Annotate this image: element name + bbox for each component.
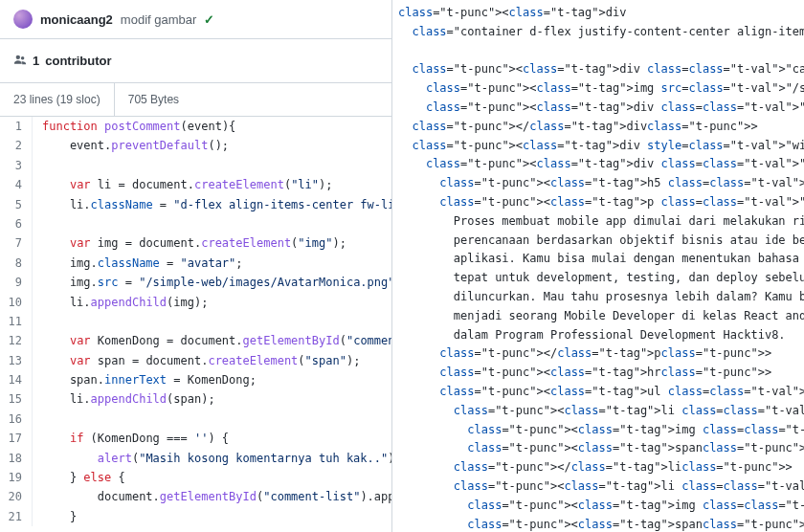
code-line[interactable]: 6 bbox=[0, 214, 391, 233]
code-line[interactable]: 2 event.preventDefault(); bbox=[0, 136, 391, 155]
snippet-line[interactable]: class="t-punc"></class="t-tag">divclass=… bbox=[398, 118, 798, 137]
code-text[interactable]: alert("Masih kosong komentarnya tuh kak.… bbox=[33, 449, 391, 468]
code-line[interactable]: 21 } bbox=[0, 507, 391, 526]
line-number[interactable]: 10 bbox=[0, 293, 33, 312]
contributors-label: contributor bbox=[45, 54, 111, 68]
line-number[interactable]: 21 bbox=[0, 507, 33, 526]
code-line[interactable]: 17 if (KomenDong === '') { bbox=[0, 429, 391, 448]
snippet-line[interactable]: class="t-punc"><class="t-tag">hrclass="t… bbox=[398, 364, 798, 383]
commit-message[interactable]: modif gambar bbox=[121, 12, 196, 27]
code-text[interactable]: li.appendChild(span); bbox=[33, 389, 215, 409]
snippet-line[interactable]: class="t-punc"><class="t-tag">div bbox=[398, 4, 798, 23]
snippet-line[interactable]: dalam Program Professional Development H… bbox=[398, 326, 798, 345]
lines-sloc: 23 lines (19 sloc) bbox=[0, 83, 115, 116]
snippet-line[interactable]: class="t-punc"><class="t-tag">img src=cl… bbox=[398, 79, 798, 99]
snippet-line[interactable]: class="t-punc"><class="t-tag">div class=… bbox=[398, 60, 798, 79]
code-text[interactable]: if (KomenDong === '') { bbox=[33, 429, 229, 448]
line-number[interactable]: 15 bbox=[0, 389, 33, 409]
snippet-line[interactable]: class="t-punc"><class="t-tag">div class=… bbox=[398, 155, 798, 174]
snippet-line[interactable]: menjadi seorang Mobile Developer di kela… bbox=[398, 307, 798, 326]
line-number[interactable]: 9 bbox=[0, 273, 33, 292]
code-line[interactable]: 10 li.appendChild(img); bbox=[0, 293, 391, 312]
snippet-line[interactable]: class="t-punc"><class="t-tag">div class=… bbox=[398, 99, 798, 118]
code-line[interactable]: 7 var img = document.createElement("img"… bbox=[0, 233, 391, 253]
code-line[interactable]: 19 } else { bbox=[0, 468, 391, 487]
line-number[interactable]: 13 bbox=[0, 351, 33, 370]
snippet-line[interactable]: class="t-punc"><class="t-tag">ul class=c… bbox=[398, 383, 798, 402]
snippet-line[interactable] bbox=[398, 42, 798, 61]
code-text[interactable] bbox=[33, 410, 42, 429]
snippet-line[interactable]: class="t-punc"><class="t-tag">h5 class=c… bbox=[398, 174, 798, 193]
snippet-line[interactable]: class="t-punc"></class="t-tag">liclass="… bbox=[398, 458, 798, 477]
code-text[interactable]: img.src = "/simple-web/images/AvatarMoni… bbox=[33, 273, 391, 292]
code-text[interactable]: img.className = "avatar"; bbox=[33, 254, 243, 273]
line-number[interactable]: 8 bbox=[0, 254, 33, 273]
code-text[interactable] bbox=[33, 312, 42, 331]
snippet-line[interactable]: class="t-punc"><class="t-tag">img class=… bbox=[398, 421, 798, 440]
snippet-line[interactable]: class="t-punc"><class="t-tag">spanclass=… bbox=[398, 439, 798, 458]
line-number[interactable]: 19 bbox=[0, 468, 33, 487]
code-text[interactable]: li.className = "d-flex align-items-cente… bbox=[33, 195, 391, 214]
code-line[interactable]: 8 img.className = "avatar"; bbox=[0, 254, 391, 273]
line-number[interactable]: 4 bbox=[0, 175, 33, 194]
code-line[interactable]: 11 bbox=[0, 312, 391, 331]
author-avatar[interactable] bbox=[13, 10, 33, 29]
line-number[interactable]: 3 bbox=[0, 156, 33, 175]
snippet-line[interactable]: perencanaan berdasarkan objektif bisnis … bbox=[398, 232, 798, 251]
snippet-line[interactable]: class="t-punc"><class="t-tag">li class=c… bbox=[398, 477, 798, 497]
code-view[interactable]: 1function postComment(event){2 event.pre… bbox=[0, 117, 391, 532]
line-number[interactable]: 14 bbox=[0, 370, 33, 389]
code-text[interactable]: li.appendChild(img); bbox=[33, 293, 208, 312]
code-text[interactable]: var span = document.createElement("span"… bbox=[33, 351, 360, 370]
code-text[interactable] bbox=[33, 214, 42, 233]
code-text[interactable]: var img = document.createElement("img"); bbox=[33, 233, 346, 253]
code-line[interactable]: 13 var span = document.createElement("sp… bbox=[0, 351, 391, 370]
snippet-line[interactable]: class="container d-flex justify-content-… bbox=[398, 23, 798, 42]
code-line[interactable]: 1function postComment(event){ bbox=[0, 117, 391, 136]
code-line[interactable]: 3 bbox=[0, 156, 391, 175]
code-line[interactable]: 5 li.className = "d-flex align-items-cen… bbox=[0, 195, 391, 214]
code-line[interactable]: 14 span.innerText = KomenDong; bbox=[0, 370, 391, 389]
code-text[interactable]: document.getElementById("comment-list").… bbox=[33, 487, 391, 506]
line-number[interactable]: 5 bbox=[0, 195, 33, 214]
line-number[interactable]: 1 bbox=[0, 117, 33, 136]
code-text[interactable]: span.innerText = KomenDong; bbox=[33, 370, 257, 389]
snippet-line[interactable]: class="t-punc"><class="t-tag">p class=cl… bbox=[398, 193, 798, 212]
code-text[interactable]: } bbox=[33, 507, 77, 526]
snippet-line[interactable]: diluncurkan. Mau tahu prosesnya lebih da… bbox=[398, 288, 798, 307]
commit-author[interactable]: monicaang2 bbox=[40, 12, 113, 27]
code-line[interactable]: 18 alert("Masih kosong komentarnya tuh k… bbox=[0, 449, 391, 468]
line-number[interactable]: 11 bbox=[0, 312, 33, 331]
line-number[interactable]: 12 bbox=[0, 331, 33, 350]
line-number[interactable]: 16 bbox=[0, 410, 33, 429]
code-line[interactable]: 16 bbox=[0, 410, 391, 429]
line-number[interactable]: 7 bbox=[0, 233, 33, 253]
snippet-line[interactable]: class="t-punc"><class="t-tag">div style=… bbox=[398, 137, 798, 156]
contributors-bar[interactable]: 1 contributor bbox=[0, 39, 391, 83]
code-text[interactable]: event.preventDefault(); bbox=[33, 136, 229, 155]
code-line[interactable]: 12 var KomenDong = document.getElementBy… bbox=[0, 331, 391, 350]
code-text[interactable]: function postComment(event){ bbox=[33, 117, 235, 136]
snippet-line[interactable]: aplikasi. Kamu bisa mulai dengan menentu… bbox=[398, 250, 798, 269]
code-line[interactable]: 15 li.appendChild(span); bbox=[0, 389, 391, 409]
code-text[interactable]: var KomenDong = document.getElementById(… bbox=[33, 331, 391, 350]
code-line[interactable]: 4 var li = document.createElement("li"); bbox=[0, 175, 391, 194]
snippet-line[interactable]: class="t-punc"></class="t-tag">pclass="t… bbox=[398, 344, 798, 364]
line-number[interactable]: 6 bbox=[0, 214, 33, 233]
snippet-line[interactable]: class="t-punc"><class="t-tag">li class=c… bbox=[398, 402, 798, 421]
code-text[interactable] bbox=[33, 156, 42, 175]
code-line[interactable]: 9 img.src = "/simple-web/images/AvatarMo… bbox=[0, 273, 391, 292]
code-text[interactable]: var li = document.createElement("li"); bbox=[33, 175, 332, 194]
line-number[interactable]: 20 bbox=[0, 487, 33, 506]
snippet-line[interactable]: class="t-punc"><class="t-tag">img class=… bbox=[398, 497, 798, 516]
line-number[interactable]: 18 bbox=[0, 449, 33, 468]
code-line[interactable]: 20 document.getElementById("comment-list… bbox=[0, 487, 391, 506]
snippet-line[interactable]: Proses membuat mobile app dimulai dari m… bbox=[398, 212, 798, 232]
line-number[interactable]: 17 bbox=[0, 429, 33, 448]
snippet-line[interactable]: tepat untuk development, testing, dan de… bbox=[398, 269, 798, 288]
file-left-pane: monicaang2 modif gambar ✓ 1 contributor … bbox=[0, 0, 392, 532]
code-text[interactable]: } else { bbox=[33, 468, 125, 487]
diff-right-pane[interactable]: class="t-punc"><class="t-tag">div class=… bbox=[392, 0, 804, 532]
line-number[interactable]: 2 bbox=[0, 136, 33, 155]
snippet-line[interactable]: class="t-punc"><class="t-tag">spanclass=… bbox=[398, 516, 798, 532]
